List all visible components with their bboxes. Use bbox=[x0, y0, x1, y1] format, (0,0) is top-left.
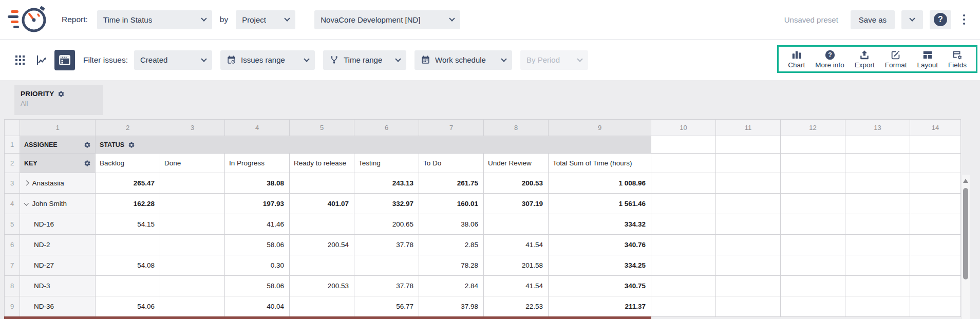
empty-cell[interactable] bbox=[910, 235, 961, 255]
action-format[interactable]: Format bbox=[880, 49, 912, 69]
more-menu-button[interactable] bbox=[957, 10, 971, 29]
scroll-up-button[interactable] bbox=[963, 179, 968, 183]
total-column-header[interactable]: Total Sum of Time (hours) bbox=[549, 154, 651, 173]
action-fields[interactable]: Fields bbox=[943, 49, 972, 69]
issues-range-dropdown[interactable]: Issues range bbox=[220, 50, 315, 70]
value-cell[interactable]: 2.85 bbox=[419, 235, 484, 255]
empty-cell[interactable] bbox=[845, 276, 910, 296]
column-header-3[interactable]: 3 bbox=[160, 120, 225, 136]
empty-cell[interactable] bbox=[651, 296, 716, 317]
value-cell[interactable]: 201.58 bbox=[484, 255, 549, 276]
work-schedule-dropdown[interactable]: Work schedule bbox=[414, 50, 512, 70]
empty-cell[interactable] bbox=[845, 296, 910, 317]
empty-cell[interactable] bbox=[651, 154, 716, 173]
value-cell[interactable]: 54.08 bbox=[96, 255, 160, 276]
empty-cell[interactable] bbox=[651, 255, 716, 276]
empty-cell[interactable] bbox=[716, 296, 781, 317]
value-cell[interactable]: 37.78 bbox=[354, 276, 419, 296]
row-label-nd-27[interactable]: ND-27 bbox=[20, 255, 96, 276]
row-label-nd-3[interactable]: ND-3 bbox=[20, 276, 96, 296]
column-header-8[interactable]: 8 bbox=[484, 120, 549, 136]
help-button[interactable]: ? bbox=[930, 10, 951, 29]
empty-cell[interactable] bbox=[716, 173, 781, 194]
empty-cell[interactable] bbox=[845, 235, 910, 255]
status-column-under-review[interactable]: Under Review bbox=[484, 154, 549, 173]
value-cell[interactable] bbox=[290, 296, 354, 317]
total-cell[interactable]: 340.76 bbox=[549, 235, 651, 255]
value-cell[interactable]: 37.98 bbox=[419, 296, 484, 317]
value-cell[interactable]: 41.54 bbox=[484, 235, 549, 255]
column-header-13[interactable]: 13 bbox=[845, 120, 910, 136]
status-column-backlog[interactable]: Backlog bbox=[96, 154, 160, 173]
value-cell[interactable]: 41.54 bbox=[484, 276, 549, 296]
value-cell[interactable]: 78.28 bbox=[419, 255, 484, 276]
column-header-2[interactable]: 2 bbox=[96, 120, 160, 136]
status-column-in-progress[interactable]: In Progress bbox=[225, 154, 290, 173]
value-cell[interactable] bbox=[160, 214, 225, 235]
empty-cell[interactable] bbox=[716, 235, 781, 255]
value-cell[interactable]: 307.19 bbox=[484, 194, 549, 214]
row-number-5[interactable]: 5 bbox=[5, 214, 20, 235]
project-dropdown[interactable]: NovaCore Development [ND] bbox=[314, 10, 460, 29]
total-cell[interactable]: 211.37 bbox=[549, 296, 651, 317]
value-cell[interactable] bbox=[160, 296, 225, 317]
value-cell[interactable]: 38.06 bbox=[419, 214, 484, 235]
empty-cell[interactable] bbox=[845, 255, 910, 276]
value-cell[interactable]: 56.77 bbox=[354, 296, 419, 317]
row-label-nd-2[interactable]: ND-2 bbox=[20, 235, 96, 255]
row-label-anastasiia[interactable]: Anastasiia bbox=[20, 173, 96, 194]
value-cell[interactable]: 332.97 bbox=[354, 194, 419, 214]
column-header-5[interactable]: 5 bbox=[290, 120, 354, 136]
value-cell[interactable] bbox=[354, 255, 419, 276]
empty-cell[interactable] bbox=[910, 255, 961, 276]
total-cell[interactable]: 340.75 bbox=[549, 276, 651, 296]
value-cell[interactable] bbox=[484, 214, 549, 235]
chart-view-button[interactable] bbox=[33, 51, 50, 69]
empty-cell[interactable] bbox=[781, 235, 845, 255]
empty-cell[interactable] bbox=[651, 173, 716, 194]
empty-cell[interactable] bbox=[845, 136, 910, 154]
empty-cell[interactable] bbox=[716, 214, 781, 235]
empty-cell[interactable] bbox=[910, 136, 961, 154]
value-cell[interactable] bbox=[160, 173, 225, 194]
status-column-ready-to-release[interactable]: Ready to release bbox=[290, 154, 354, 173]
column-header-7[interactable]: 7 bbox=[419, 120, 484, 136]
action-export[interactable]: Export bbox=[850, 49, 880, 69]
empty-cell[interactable] bbox=[845, 194, 910, 214]
group-by-dropdown[interactable]: Project bbox=[236, 10, 295, 29]
total-cell[interactable]: 334.25 bbox=[549, 255, 651, 276]
row-label-nd-16[interactable]: ND-16 bbox=[20, 214, 96, 235]
column-header-14[interactable]: 14 bbox=[910, 120, 961, 136]
time-range-dropdown[interactable]: Time range bbox=[323, 50, 406, 70]
value-cell[interactable] bbox=[160, 255, 225, 276]
row-number-9[interactable]: 9 bbox=[5, 296, 20, 317]
save-as-button[interactable]: Save as bbox=[851, 10, 895, 29]
value-cell[interactable] bbox=[290, 255, 354, 276]
value-cell[interactable]: 200.53 bbox=[290, 276, 354, 296]
total-cell[interactable]: 1 561.46 bbox=[549, 194, 651, 214]
empty-cell[interactable] bbox=[781, 255, 845, 276]
value-cell[interactable]: 54.06 bbox=[96, 296, 160, 317]
empty-cell[interactable] bbox=[651, 235, 716, 255]
empty-cell[interactable] bbox=[781, 194, 845, 214]
row-label-nd-36[interactable]: ND-36 bbox=[20, 296, 96, 317]
value-cell[interactable]: 265.47 bbox=[96, 173, 160, 194]
empty-cell[interactable] bbox=[910, 154, 961, 173]
status-column-done[interactable]: Done bbox=[160, 154, 225, 173]
created-dropdown[interactable]: Created bbox=[134, 50, 212, 70]
value-cell[interactable]: 401.07 bbox=[290, 194, 354, 214]
column-header-1[interactable]: 1 bbox=[20, 120, 96, 136]
value-cell[interactable]: 197.93 bbox=[225, 194, 290, 214]
empty-cell[interactable] bbox=[910, 276, 961, 296]
action-chart[interactable]: Chart bbox=[783, 49, 810, 69]
value-cell[interactable]: 40.04 bbox=[225, 296, 290, 317]
empty-cell[interactable] bbox=[845, 154, 910, 173]
report-type-dropdown[interactable]: Time in Status bbox=[97, 10, 212, 29]
row-number-2[interactable]: 2 bbox=[5, 154, 20, 173]
row-number-6[interactable]: 6 bbox=[5, 235, 20, 255]
column-header-12[interactable]: 12 bbox=[781, 120, 845, 136]
expand-chevron-icon[interactable] bbox=[24, 181, 29, 185]
empty-cell[interactable] bbox=[910, 194, 961, 214]
value-cell[interactable]: 261.75 bbox=[419, 173, 484, 194]
empty-cell[interactable] bbox=[781, 296, 845, 317]
